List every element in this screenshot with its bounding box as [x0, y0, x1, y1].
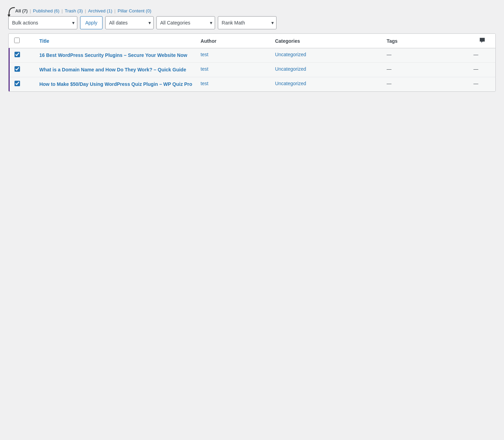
row-author-cell: test: [196, 77, 271, 92]
category-link[interactable]: Uncategorized: [275, 81, 306, 86]
row-title-cell: How to Make $50/Day Using WordPress Quiz…: [35, 77, 196, 92]
row-author-cell: test: [196, 48, 271, 63]
row-comments-cell: —: [469, 63, 495, 77]
table-row: What is a Domain Name and How Do They Wo…: [9, 63, 496, 77]
row-comments-cell: —: [469, 77, 495, 92]
row-checkbox[interactable]: [14, 81, 20, 86]
row-title-cell: What is a Domain Name and How Do They Wo…: [35, 63, 196, 77]
row-tags-cell: —: [382, 48, 469, 63]
filter-links: All (7) | Published (6) | Trash (3) | Ar…: [15, 8, 496, 13]
post-title-link[interactable]: What is a Domain Name and How Do They Wo…: [39, 66, 192, 73]
bulk-actions-select[interactable]: Bulk actionsEditMove to Trash: [8, 16, 77, 29]
row-checkbox[interactable]: [14, 52, 20, 57]
row-tags-cell: —: [382, 77, 469, 92]
col-header-comments: [469, 34, 495, 48]
post-title-link[interactable]: How to Make $50/Day Using WordPress Quiz…: [39, 81, 192, 88]
post-title-link[interactable]: 16 Best WordPress Security Plugins – Sec…: [39, 52, 192, 59]
row-checkbox-cell: [9, 63, 35, 77]
filter-pillar[interactable]: Pillar Content (0): [118, 8, 152, 13]
row-title-cell: 16 Best WordPress Security Plugins – Sec…: [35, 48, 196, 63]
rankmath-wrapper: Rank Math ▾: [218, 16, 277, 29]
col-header-checkbox: [9, 34, 35, 48]
bulk-actions-wrapper: Bulk actionsEditMove to Trash ▾: [8, 16, 77, 29]
row-checkbox[interactable]: [14, 66, 20, 72]
apply-button[interactable]: Apply: [80, 16, 103, 29]
col-header-categories: Categories: [271, 34, 382, 48]
toolbar: Bulk actionsEditMove to Trash ▾ Apply Al…: [0, 16, 504, 33]
row-checkbox-cell: [9, 77, 35, 92]
dates-wrapper: All dates ▾: [105, 16, 154, 29]
row-author-cell: test: [196, 63, 271, 77]
row-categories-cell: Uncategorized: [271, 48, 382, 63]
filter-published[interactable]: Published (6): [33, 8, 60, 13]
category-link[interactable]: Uncategorized: [275, 52, 306, 57]
row-comments-cell: —: [469, 48, 495, 63]
dates-select[interactable]: All dates: [105, 16, 154, 29]
col-header-author: Author: [196, 34, 271, 48]
table-header-row: Title Author Categories Tags: [9, 34, 496, 48]
author-link[interactable]: test: [201, 81, 209, 86]
col-header-title[interactable]: Title: [35, 34, 196, 48]
row-categories-cell: Uncategorized: [271, 63, 382, 77]
posts-tbody: 16 Best WordPress Security Plugins – Sec…: [9, 48, 496, 92]
col-header-tags: Tags: [382, 34, 469, 48]
comment-bubble-icon: [479, 39, 485, 44]
author-link[interactable]: test: [201, 52, 209, 57]
author-link[interactable]: test: [201, 66, 209, 72]
table-row: 16 Best WordPress Security Plugins – Sec…: [9, 48, 496, 63]
rankmath-select[interactable]: Rank Math: [218, 16, 277, 29]
filter-archived[interactable]: Archived (1): [88, 8, 112, 13]
posts-table-container: Title Author Categories Tags: [8, 33, 496, 92]
filter-nav: All (7) | Published (6) | Trash (3) | Ar…: [0, 6, 504, 16]
filter-trash[interactable]: Trash (3): [65, 8, 83, 13]
row-checkbox-cell: [9, 48, 35, 63]
category-link[interactable]: Uncategorized: [275, 66, 306, 72]
row-categories-cell: Uncategorized: [271, 77, 382, 92]
row-tags-cell: —: [382, 63, 469, 77]
posts-table: Title Author Categories Tags: [9, 34, 495, 91]
categories-select[interactable]: All Categories: [156, 16, 215, 29]
table-row: How to Make $50/Day Using WordPress Quiz…: [9, 77, 496, 92]
select-all-checkbox[interactable]: [14, 38, 20, 43]
categories-wrapper: All Categories ▾: [156, 16, 215, 29]
